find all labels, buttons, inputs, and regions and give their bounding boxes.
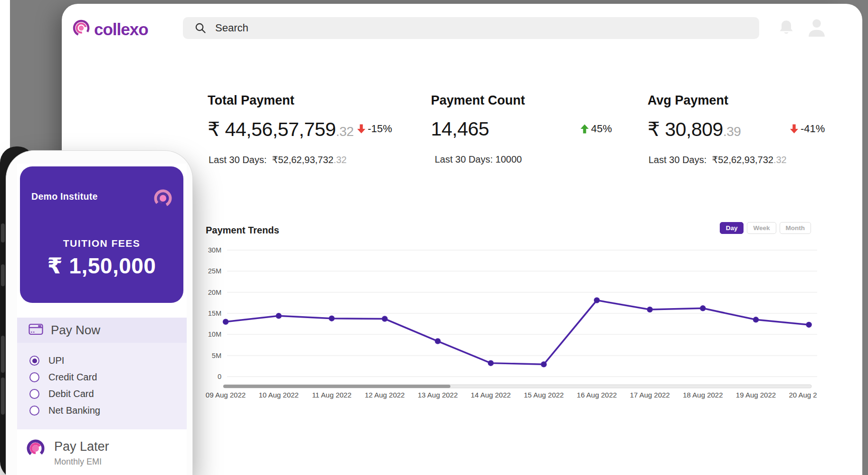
data-point[interactable] (276, 313, 281, 319)
x-axis-label: 11 Aug 2022 (312, 391, 352, 399)
user-avatar-icon[interactable] (807, 18, 827, 39)
radio-icon[interactable] (29, 389, 39, 399)
toggle-week-button[interactable]: Week (747, 222, 776, 234)
y-tick-label: 10M (208, 330, 221, 338)
arrow-down-icon (790, 124, 798, 134)
phone-power-button (1, 336, 5, 373)
payment-trends-chart: 30M25M20M15M10M5M009 Aug 202210 Aug 2022… (204, 242, 817, 402)
x-axis-label: 19 Aug 2022 (736, 391, 776, 399)
stat-label: Payment Count (431, 93, 525, 108)
data-point[interactable] (541, 362, 546, 367)
pay-later-label: Pay Later (54, 439, 109, 454)
stat-label: Avg Payment (648, 93, 728, 108)
credit-card-icon (29, 323, 43, 337)
payment-option-net-banking[interactable]: Net Banking (17, 402, 187, 419)
fee-label: TUITION FEES (20, 238, 183, 249)
fee-card: Demo Institute TUITION FEES ₹ 1,50,000 (20, 166, 183, 303)
stat-last30: Last 30 Days: ₹52,62,93,732.32 (209, 154, 347, 165)
data-point[interactable] (806, 322, 811, 327)
trend-avg-payment: -41% (790, 123, 825, 135)
pay-later-logo-icon (25, 437, 47, 467)
stat-avg-payment: Avg Payment ₹ 30,809.39 Last 30 Days: ₹5… (648, 93, 728, 108)
x-axis-label: 16 Aug 2022 (577, 391, 617, 399)
data-point[interactable] (382, 316, 387, 321)
search-bar (183, 17, 759, 39)
institute-name: Demo Institute (31, 191, 98, 202)
search-icon (194, 22, 207, 36)
screenshot-stage: collexo Total Payment (0, 0, 868, 475)
arrow-up-icon (581, 124, 589, 134)
phone-screen: Demo Institute TUITION FEES ₹ 1,50,000 (17, 164, 187, 475)
radio-selected-icon[interactable] (29, 356, 39, 366)
y-tick-label: 20M (208, 289, 221, 296)
trend-line (226, 301, 809, 365)
toggle-month-button[interactable]: Month (780, 222, 811, 234)
x-axis-label: 12 Aug 2022 (365, 391, 405, 399)
pay-later-subtitle: Monthly EMI (54, 457, 109, 467)
stat-last30: Last 30 Days: ₹52,62,93,732.32 (649, 154, 787, 165)
scrollbar-thumb[interactable] (223, 385, 450, 388)
trend-payment-count: 45% (581, 123, 612, 135)
phone-side-button (1, 378, 5, 415)
stat-total-payment: Total Payment ₹ 44,56,57,759.32 Last 30 … (208, 93, 295, 108)
stat-label: Total Payment (208, 93, 295, 108)
payment-option-upi[interactable]: UPI (17, 352, 187, 369)
data-point[interactable] (754, 317, 759, 322)
payment-option-credit-card[interactable]: Credit Card (17, 369, 187, 386)
data-point[interactable] (435, 339, 440, 344)
data-point[interactable] (647, 307, 652, 312)
y-tick-label: 0 (218, 373, 221, 380)
stat-payment-count: Payment Count 14,465 Last 30 Days: 10000 (431, 93, 525, 108)
logo-text: collexo (94, 21, 148, 38)
data-point[interactable] (329, 316, 334, 321)
stat-value: 14,465 (431, 118, 489, 140)
notifications-bell-icon[interactable] (777, 19, 795, 38)
trend-total-payment: -15% (357, 123, 392, 135)
data-point[interactable] (488, 360, 494, 366)
y-tick-label: 25M (208, 267, 221, 275)
collexo-logo[interactable]: collexo (72, 18, 148, 40)
collexo-logo-icon (72, 18, 91, 40)
fee-amount: ₹ 1,50,000 (20, 253, 183, 279)
x-axis-label: 20 Aug 2022 (789, 391, 817, 399)
payment-option-debit-card[interactable]: Debit Card (17, 386, 187, 402)
radio-icon[interactable] (29, 406, 39, 416)
stat-value: ₹ 44,56,57,759.32 (208, 118, 353, 141)
x-axis-label: 14 Aug 2022 (471, 391, 511, 399)
arrow-down-icon (357, 124, 365, 134)
stat-value-decimals: .39 (723, 124, 741, 139)
phone-volume-button (1, 223, 5, 242)
x-axis-label: 10 Aug 2022 (258, 391, 298, 399)
chart-range-toggle: Day Week Month (720, 222, 811, 234)
phone-volume-button (1, 264, 5, 286)
payment-options: UPI Credit Card Debit Card Net Banking (17, 343, 187, 429)
toggle-day-button[interactable]: Day (720, 222, 744, 234)
x-axis-label: 18 Aug 2022 (683, 391, 723, 399)
data-point[interactable] (594, 298, 600, 303)
stat-value: ₹ 30,809.39 (648, 118, 741, 141)
radio-icon[interactable] (29, 372, 39, 382)
stat-last30: Last 30 Days: 10000 (435, 154, 522, 165)
data-point[interactable] (700, 306, 706, 311)
pay-now-section[interactable]: Pay Now (17, 318, 187, 343)
pay-now-label: Pay Now (51, 323, 100, 338)
data-point[interactable] (223, 319, 229, 324)
x-axis-label: 15 Aug 2022 (524, 391, 563, 399)
stat-value-decimals: .32 (336, 124, 353, 139)
x-axis-label: 17 Aug 2022 (630, 391, 670, 399)
y-tick-label: 5M (212, 352, 221, 359)
x-axis-label: 09 Aug 2022 (206, 391, 246, 399)
x-axis-label: 13 Aug 2022 (418, 391, 458, 399)
y-tick-label: 15M (208, 310, 221, 317)
search-input[interactable] (214, 17, 737, 39)
pay-later-section[interactable]: Pay Later Monthly EMI (25, 437, 109, 467)
collexo-mark-icon (152, 187, 174, 211)
chart-title: Payment Trends (206, 225, 279, 236)
y-tick-label: 30M (208, 246, 221, 254)
